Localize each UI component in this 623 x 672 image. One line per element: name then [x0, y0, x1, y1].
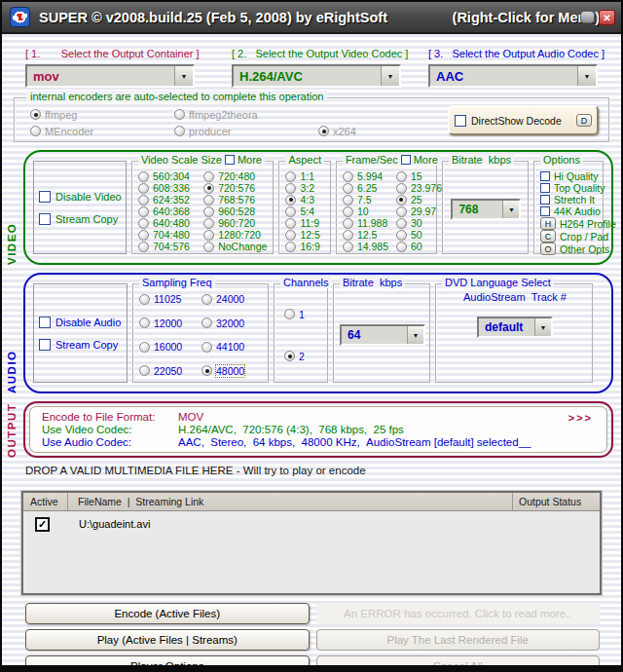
radio-icon	[138, 171, 149, 182]
radio-scale-960-528[interactable]: 960:528	[203, 205, 269, 217]
file-list[interactable]: Active FileName | Streaming Link Output …	[21, 491, 602, 595]
radio-freq-32000[interactable]: 32000	[202, 317, 264, 329]
video-codec-select[interactable]: H.264/AVC ▼	[232, 64, 401, 88]
radio-scale-960-720[interactable]: 960:720	[203, 217, 269, 229]
dropdown-arrow-icon[interactable]: ▼	[407, 326, 423, 344]
crop-pad-button[interactable]: C	[540, 230, 556, 243]
video-bitrate-select[interactable]: 768 ▼	[451, 199, 521, 220]
hi-quality-checkbox-row[interactable]: Hi Quality	[540, 170, 599, 182]
radio-label: 720:480	[218, 170, 255, 182]
radio-freq-48000[interactable]: 48000	[202, 365, 264, 377]
audio-codec-select[interactable]: AAC ▼	[428, 64, 598, 88]
output-more-indicator[interactable]: >>>	[568, 412, 593, 424]
radio-aspect-12-5[interactable]: 12:5	[285, 229, 326, 241]
top-quality-checkbox-row[interactable]: Top Quality	[540, 182, 599, 194]
active-checkbox[interactable]: ✓	[35, 517, 50, 532]
radio-scale-640-480[interactable]: 640:480	[138, 217, 203, 229]
radio-aspect-16-9[interactable]: 16:9	[285, 241, 326, 252]
radio-aspect-4-3[interactable]: 4:3	[285, 194, 326, 205]
radio-scale-640-368[interactable]: 640:368	[138, 205, 203, 217]
radio-aspect-11-9[interactable]: 11:9	[285, 217, 326, 229]
directshow-decode-panel[interactable]: DirectShow Decode D	[448, 105, 599, 135]
disable-video-checkbox-row[interactable]: Disable Video	[39, 191, 126, 203]
disable-audio-checkbox-row[interactable]: Disable Audio	[39, 317, 127, 328]
radio-icon	[203, 242, 214, 252]
directshow-d-button[interactable]: D	[576, 114, 592, 127]
radio-aspect-1-1[interactable]: 1:1	[285, 170, 326, 182]
minimize-icon[interactable]	[580, 11, 595, 23]
radio-aspect-3-2[interactable]: 3:2	[285, 182, 326, 194]
encode-button[interactable]: Encode (Active Files)	[25, 603, 310, 624]
file-list-row[interactable]: ✓ U:\guadeint.avi	[23, 511, 600, 537]
radio-fps-125[interactable]: 12.5	[343, 229, 396, 241]
framerate-more-checkbox[interactable]	[401, 155, 411, 165]
radio-ffmpeg2theora[interactable]: ffmpeg2theora	[174, 106, 318, 123]
radio-scale-704-480[interactable]: 704:480	[138, 229, 203, 241]
radio-x264[interactable]: x264	[318, 123, 462, 139]
radio-freq-11025[interactable]: 11025	[139, 293, 202, 305]
radio-scale-nochange[interactable]: NoChange	[203, 241, 269, 252]
dropdown-arrow-icon[interactable]: ▼	[174, 66, 193, 86]
radio-scale-624-352[interactable]: 624:352	[138, 194, 203, 205]
radio-freq-24000[interactable]: 24000	[202, 293, 264, 305]
checkbox-label: Disable Audio	[55, 317, 121, 328]
radio-fps-2997[interactable]: 29.97	[396, 205, 442, 217]
radio-fps-50[interactable]: 50	[396, 229, 442, 241]
other-opts-button-row[interactable]: OOther Opts	[540, 243, 599, 255]
radio-channels-2[interactable]: 2	[284, 351, 323, 362]
radio-freq-12000[interactable]: 12000	[139, 317, 202, 329]
radio-fps-30[interactable]: 30	[396, 217, 442, 229]
radio-scale-768-576[interactable]: 768:576	[203, 194, 269, 205]
radio-mencoder[interactable]: MEncoder	[30, 123, 174, 139]
scale-more-checkbox[interactable]	[225, 155, 235, 165]
radio-ffmpeg[interactable]: ffmpeg	[30, 106, 174, 123]
h264-profile-button-row[interactable]: HH264 Profile	[540, 217, 599, 230]
error-notice[interactable]: An ERROR has occurred. Click to read mor…	[316, 603, 601, 624]
directshow-checkbox[interactable]	[455, 115, 466, 127]
play-button[interactable]: Play (Active Files | Streams)	[25, 629, 310, 651]
radio-fps-25[interactable]: 25	[396, 194, 442, 205]
radio-fps-15[interactable]: 15	[396, 170, 442, 182]
radio-scale-720-480[interactable]: 720:480	[203, 170, 269, 182]
radio-fps-14985[interactable]: 14.985	[343, 241, 396, 252]
audio-bitrate-select[interactable]: 64 ▼	[340, 324, 425, 346]
container-select[interactable]: mov ▼	[25, 64, 195, 88]
audio-stream-copy-checkbox-row[interactable]: Stream Copy	[39, 339, 127, 351]
super-logo-icon[interactable]	[10, 7, 30, 27]
radio-fps-60[interactable]: 60	[396, 241, 442, 252]
radio-fps-5994[interactable]: 5.994	[343, 170, 396, 182]
stretch-it-checkbox-row[interactable]: Stretch It	[540, 194, 599, 205]
radio-fps-10[interactable]: 10	[343, 205, 396, 217]
radio-icon	[203, 183, 214, 194]
radio-producer[interactable]: producer	[174, 123, 318, 139]
video-bitrate-group: Bitrate kbps 768 ▼	[442, 161, 529, 254]
play-last-rendered-button[interactable]: Play The Last Rendered File	[316, 629, 601, 651]
dropdown-arrow-icon[interactable]: ▼	[502, 201, 519, 218]
radio-freq-44100[interactable]: 44100	[202, 341, 264, 353]
radio-aspect-5-4[interactable]: 5:4	[285, 205, 326, 217]
radio-scale-1280-720[interactable]: 1280:720	[203, 229, 269, 241]
radio-scale-560-304[interactable]: 560:304	[138, 170, 203, 182]
video-frame: Disable Video Stream Copy Video Scale Si…	[23, 150, 613, 265]
radio-fps-75[interactable]: 7.5	[343, 194, 396, 205]
crop-pad-button-row[interactable]: CCrop / Pad	[540, 230, 599, 243]
radio-scale-704-576[interactable]: 704:576	[138, 241, 203, 252]
video-stream-copy-checkbox-row[interactable]: Stream Copy	[39, 213, 126, 225]
dropdown-arrow-icon[interactable]: ▼	[577, 66, 596, 86]
h264-profile-button[interactable]: H	[540, 217, 556, 230]
dropdown-arrow-icon[interactable]: ▼	[381, 66, 399, 86]
radio-freq-16000[interactable]: 16000	[139, 341, 202, 353]
close-icon[interactable]: ✕	[599, 10, 615, 25]
audiostream-track-select[interactable]: default ▼	[477, 317, 553, 338]
radio-scale-608-336[interactable]: 608:336	[138, 182, 203, 194]
radio-freq-22050[interactable]: 22050	[139, 365, 202, 377]
radio-scale-720-576[interactable]: 720:576	[203, 182, 269, 194]
radio-fps-11988[interactable]: 11.988	[343, 217, 396, 229]
44k-audio-checkbox-row[interactable]: 44K Audio	[540, 205, 599, 217]
radio-fps-625[interactable]: 6.25	[343, 182, 396, 194]
other-opts-button[interactable]: O	[540, 243, 556, 255]
dropdown-arrow-icon[interactable]: ▼	[534, 318, 551, 336]
radio-label: 23.976	[411, 182, 442, 194]
radio-fps-23976[interactable]: 23.976	[396, 182, 442, 194]
radio-channels-1[interactable]: 1	[284, 309, 323, 320]
